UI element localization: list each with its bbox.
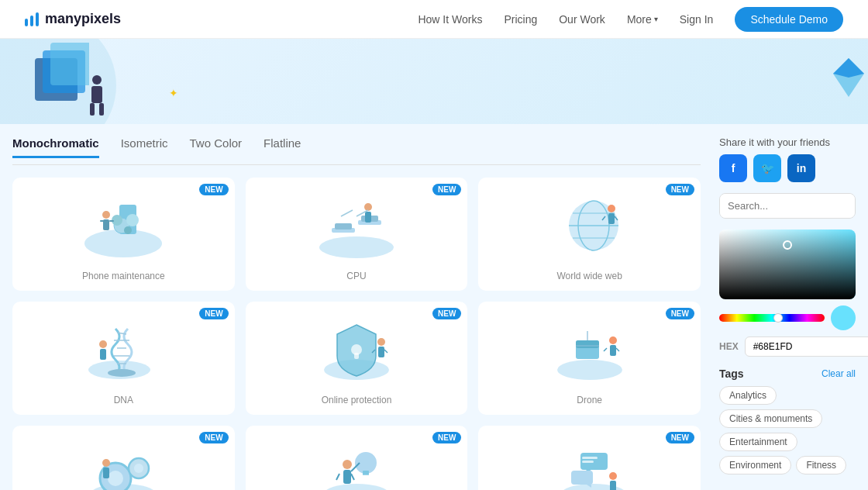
color-gradient-box[interactable]: [719, 229, 856, 299]
tag-cities[interactable]: Cities & monuments: [719, 409, 822, 428]
illustration-image: [255, 187, 459, 264]
svg-point-19: [319, 236, 394, 258]
svg-rect-74: [343, 470, 351, 484]
nav-more[interactable]: More ▾: [627, 13, 658, 26]
svg-point-64: [108, 471, 123, 486]
navbar-links: How It Works Pricing Our Work More ▾ Sig…: [418, 7, 843, 32]
illustration-label: Phone maintenance: [82, 271, 165, 281]
nav-how-it-works[interactable]: How It Works: [418, 13, 482, 26]
illustration-label: Online protection: [322, 395, 392, 405]
color-cursor: [783, 240, 792, 250]
svg-rect-5: [90, 103, 95, 116]
illustration-card[interactable]: NEW: [478, 426, 701, 490]
svg-point-78: [561, 484, 626, 491]
illustration-image: [22, 311, 226, 388]
color-picker: HEX: [719, 229, 856, 357]
svg-rect-34: [608, 213, 615, 224]
style-tabs: Monochromatic Isometric Two Color Flatli…: [12, 124, 701, 165]
svg-point-70: [355, 452, 377, 474]
svg-rect-6: [99, 103, 104, 116]
illustration-card[interactable]: NEW: [246, 426, 468, 490]
content-area: Monochromatic Isometric Two Color Flatli…: [0, 124, 713, 490]
svg-rect-55: [576, 340, 599, 348]
tab-monochromatic[interactable]: Monochromatic: [12, 136, 99, 158]
svg-point-24: [364, 203, 372, 211]
tab-isometric[interactable]: Isometric: [121, 136, 168, 158]
main-container: Monochromatic Isometric Two Color Flatli…: [0, 124, 868, 490]
svg-point-69: [324, 484, 389, 491]
search-bar: 🔍: [719, 193, 856, 219]
search-input[interactable]: [720, 194, 856, 218]
illustration-card[interactable]: NEW Phone: [12, 178, 235, 291]
tag-list: Analytics Cities & monuments Entertainme…: [719, 386, 856, 474]
illustration-label: CPU: [346, 271, 366, 281]
svg-line-60: [604, 348, 607, 351]
tags-header: Tags Clear all: [719, 368, 856, 380]
illustration-card[interactable]: NEW: [12, 302, 235, 415]
illustration-label: DNA: [114, 395, 133, 405]
hue-slider-wrap: [719, 305, 856, 330]
svg-point-73: [343, 460, 352, 469]
svg-rect-48: [354, 353, 359, 359]
illustration-card[interactable]: NEW: [12, 426, 235, 490]
hue-slider[interactable]: [719, 314, 825, 322]
svg-rect-22: [335, 223, 352, 229]
svg-point-85: [609, 472, 617, 480]
illustration-label: World wide web: [556, 271, 622, 281]
hue-thumb[interactable]: [773, 313, 783, 323]
svg-rect-4: [91, 86, 102, 103]
new-badge: NEW: [666, 184, 694, 195]
opacity-circle[interactable]: [831, 305, 856, 330]
illustration-card[interactable]: NEW World wide web: [478, 178, 701, 291]
share-linkedin-button[interactable]: in: [787, 154, 815, 182]
logo[interactable]: manypixels: [25, 11, 121, 27]
nav-signin[interactable]: Sign In: [680, 13, 714, 26]
svg-rect-83: [571, 471, 593, 485]
new-badge: NEW: [199, 432, 228, 443]
hex-input[interactable]: [745, 336, 868, 357]
schedule-demo-button[interactable]: Schedule Demo: [735, 7, 843, 32]
tab-flatline[interactable]: Flatline: [264, 136, 301, 158]
hero-banner: ✦: [0, 39, 868, 124]
illustration-card[interactable]: NEW: [246, 302, 468, 415]
svg-rect-59: [610, 345, 616, 356]
svg-line-76: [351, 474, 354, 480]
svg-rect-2: [50, 43, 89, 85]
tag-fitness[interactable]: Fitness: [796, 456, 846, 474]
svg-point-66: [134, 464, 143, 473]
svg-rect-25: [365, 212, 371, 223]
svg-rect-86: [610, 481, 616, 491]
illustration-card[interactable]: NEW: [478, 302, 701, 415]
svg-point-53: [557, 360, 622, 380]
clear-all-button[interactable]: Clear all: [822, 368, 856, 379]
illustration-label: Drone: [577, 395, 602, 405]
illustration-card[interactable]: NEW: [246, 178, 468, 291]
share-facebook-button[interactable]: f: [719, 154, 747, 182]
share-twitter-button[interactable]: 🐦: [753, 154, 781, 182]
share-label: Share it with your friends: [719, 136, 856, 148]
svg-point-14: [124, 226, 132, 234]
tab-two-color[interactable]: Two Color: [190, 136, 243, 158]
tag-analytics[interactable]: Analytics: [719, 386, 777, 405]
share-buttons: f 🐦 in: [719, 154, 856, 182]
nav-pricing[interactable]: Pricing: [504, 13, 537, 26]
illustration-image: [487, 435, 691, 490]
svg-rect-68: [103, 468, 109, 478]
new-badge: NEW: [666, 308, 694, 319]
deco-diamond: [829, 54, 868, 101]
svg-rect-17: [100, 220, 105, 222]
logo-icon: [25, 12, 39, 26]
svg-point-33: [608, 205, 615, 212]
illustration-grid: NEW Phone: [12, 178, 701, 490]
tag-environment[interactable]: Environment: [719, 456, 791, 474]
nav-our-work[interactable]: Our Work: [559, 13, 605, 26]
hero-figure-illustration: [85, 74, 108, 116]
tag-entertainment[interactable]: Entertainment: [719, 433, 797, 451]
svg-rect-82: [582, 461, 594, 463]
new-badge: NEW: [199, 308, 228, 319]
svg-point-3: [92, 75, 102, 85]
svg-rect-50: [378, 347, 384, 357]
svg-rect-81: [582, 457, 598, 459]
svg-point-12: [126, 214, 139, 226]
svg-line-52: [384, 350, 388, 353]
